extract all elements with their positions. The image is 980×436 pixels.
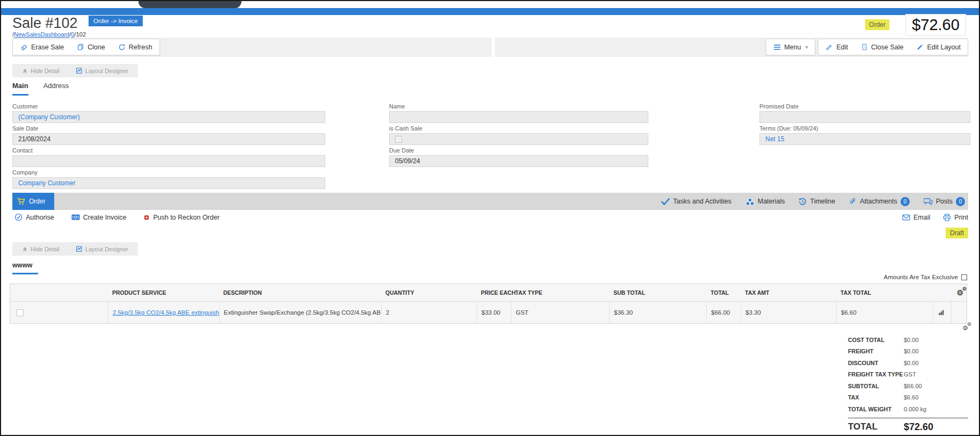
- close-sale-button[interactable]: Close Sale: [861, 43, 903, 51]
- authorise-label: Authorise: [26, 214, 54, 221]
- edit-label: Edit: [836, 43, 848, 51]
- edit-layout-label: Edit Layout: [927, 43, 961, 51]
- posts-link[interactable]: Posts 0: [924, 197, 965, 206]
- order-tab-label: Order: [29, 198, 46, 205]
- is-cash-sale-checkbox[interactable]: [395, 136, 402, 143]
- draft-status-chip: Draft: [946, 228, 968, 238]
- terms-field[interactable]: Net 15: [759, 133, 970, 145]
- edit-button[interactable]: Edit: [825, 43, 848, 51]
- email-label: Email: [913, 214, 930, 221]
- layout-designer-button[interactable]: Layout Designer: [76, 245, 128, 252]
- tasks-and-activities-link[interactable]: Tasks and Activities: [661, 198, 731, 205]
- breadcrumb-dashboard-link[interactable]: NewSalesDashboard: [14, 31, 69, 38]
- print-label: Print: [954, 214, 968, 221]
- row-select-cell: [10, 302, 108, 323]
- authorise-button[interactable]: Authorise: [14, 213, 54, 221]
- refresh-button[interactable]: Refresh: [118, 43, 152, 51]
- row-description-cell: Extinguisher Swap/Exchange (2.5kg/3.5kg …: [219, 302, 381, 323]
- company-field-group: Company Company Customer: [12, 169, 325, 189]
- tax-label: TAX: [848, 394, 904, 401]
- row-tax-total-cell: $6.60: [836, 302, 933, 323]
- breadcrumb-tail: /102: [75, 31, 86, 38]
- order-tab[interactable]: Order: [12, 193, 54, 210]
- totals-row-cost-total: COST TOTAL $0.00: [848, 334, 968, 346]
- materials-link[interactable]: Materials: [745, 198, 785, 206]
- breadcrumb: /NewSalesDashboard/0/102: [12, 31, 86, 38]
- eraser-icon: [20, 43, 28, 51]
- col-price-each: PRICE EACH: [477, 284, 511, 301]
- row-sub-total-cell: $36.30: [609, 302, 706, 323]
- row-product-cell: 2.5kg/3.5kg CO2/4.5kg ABE extinguisher: [108, 302, 219, 323]
- table-row: 2.5kg/3.5kg CO2/4.5kg ABE extinguisher E…: [10, 302, 967, 323]
- due-date-field[interactable]: 05/09/24: [389, 155, 648, 167]
- col-tax-type: TAX TYPE: [511, 284, 609, 301]
- totals-row-discount: DISCOUNT $0.00: [848, 357, 968, 369]
- order-action-row: Authorise Create Invoice Push to Reckon …: [12, 210, 968, 224]
- col-tax-amt: TAX AMT: [741, 284, 836, 301]
- tab-wwww[interactable]: wwww: [12, 261, 38, 274]
- menu-label: Menu: [784, 43, 801, 51]
- select-column-header: [10, 284, 108, 301]
- grand-total-label: TOTAL: [848, 422, 904, 432]
- contact-field[interactable]: [12, 155, 325, 167]
- promised-date-label: Promised Date: [759, 103, 970, 110]
- col-description: DESCRIPTION: [219, 284, 381, 301]
- product-link[interactable]: 2.5kg/3.5kg CO2/4.5kg ABE extinguisher: [113, 309, 219, 316]
- tab-main[interactable]: Main: [12, 82, 28, 96]
- app-top-strip: [1, 1, 979, 8]
- row-quantity-cell: 2: [381, 302, 477, 323]
- attachments-link[interactable]: Attachments 0: [849, 197, 909, 206]
- company-field[interactable]: Company Customer: [12, 177, 325, 189]
- table-settings-cell: ⚙: [951, 284, 967, 301]
- due-date-field-group: Due Date 05/09/24: [389, 147, 648, 167]
- customer-field[interactable]: (Company Customer): [12, 111, 325, 123]
- sale-date-field[interactable]: 21/08/2024: [12, 133, 325, 145]
- order-section-bar: Order Tasks and Activities Materials Tim…: [12, 193, 968, 210]
- app-logo-partial: [179, 1, 242, 9]
- line-items-table: PRODUCT SERVICE DESCRIPTION QUANTITY PRI…: [10, 284, 967, 324]
- col-total: TOTAL: [706, 284, 741, 301]
- hide-detail-button[interactable]: Hide Detail: [22, 246, 60, 252]
- row-checkbox[interactable]: [17, 309, 24, 316]
- push-to-reckon-button[interactable]: Push to Reckon Order: [143, 213, 220, 221]
- erase-sale-button[interactable]: Erase Sale: [20, 43, 64, 51]
- order-actions-right: Email Print: [902, 214, 968, 221]
- menu-button[interactable]: Menu ▾: [773, 43, 808, 51]
- page-title: Sale #102: [12, 15, 78, 32]
- layout-designer-button[interactable]: Layout Designer: [76, 67, 128, 74]
- clone-button[interactable]: Clone: [77, 43, 105, 51]
- promised-date-field[interactable]: [759, 111, 970, 123]
- subtotal-value: $66.00: [904, 383, 968, 389]
- bar-chart-icon[interactable]: [938, 309, 945, 316]
- timeline-link[interactable]: Timeline: [799, 198, 835, 206]
- title-row: Sale #102 Order -> Invoice /NewSalesDash…: [12, 15, 966, 39]
- materials-label: Materials: [758, 198, 785, 205]
- tab-address[interactable]: Address: [43, 82, 69, 96]
- edit-layout-button[interactable]: Edit Layout: [916, 43, 961, 51]
- contact-label: Contact: [12, 147, 325, 154]
- order-actions-left: Authorise Create Invoice Push to Reckon …: [12, 213, 220, 221]
- order-bar-links: Tasks and Activities Materials Timeline …: [661, 193, 965, 210]
- copy-icon: [77, 43, 84, 51]
- push-to-reckon-label: Push to Reckon Order: [153, 214, 220, 221]
- chevron-down-icon: ▾: [805, 44, 808, 50]
- email-button[interactable]: Email: [902, 214, 930, 221]
- create-invoice-button[interactable]: Create Invoice: [71, 213, 127, 221]
- is-cash-sale-field-group: is Cash Sale: [389, 125, 648, 145]
- printer-icon: [943, 214, 951, 221]
- posts-count-badge: 0: [956, 197, 965, 206]
- tasks-label: Tasks and Activities: [673, 198, 731, 205]
- hide-detail-label: Hide Detail: [31, 246, 60, 252]
- totals-row-subtotal: SUBTOTAL $66.00: [848, 380, 968, 392]
- contact-field-group: Contact: [12, 147, 325, 167]
- totals-settings-gears-icon[interactable]: ⚙: [962, 324, 968, 332]
- name-field[interactable]: [389, 111, 648, 123]
- tax-exclusive-checkbox[interactable]: [961, 274, 967, 280]
- is-cash-sale-label: is Cash Sale: [389, 125, 648, 132]
- pencil-filled-icon: [916, 43, 924, 51]
- hide-detail-button[interactable]: Hide Detail: [22, 68, 60, 74]
- table-settings-gears-icon[interactable]: ⚙: [956, 289, 963, 296]
- print-button[interactable]: Print: [943, 214, 968, 221]
- hide-detail-label: Hide Detail: [31, 68, 60, 74]
- terms-field-group: Terms (Due: 05/09/24) Net 15: [759, 125, 970, 145]
